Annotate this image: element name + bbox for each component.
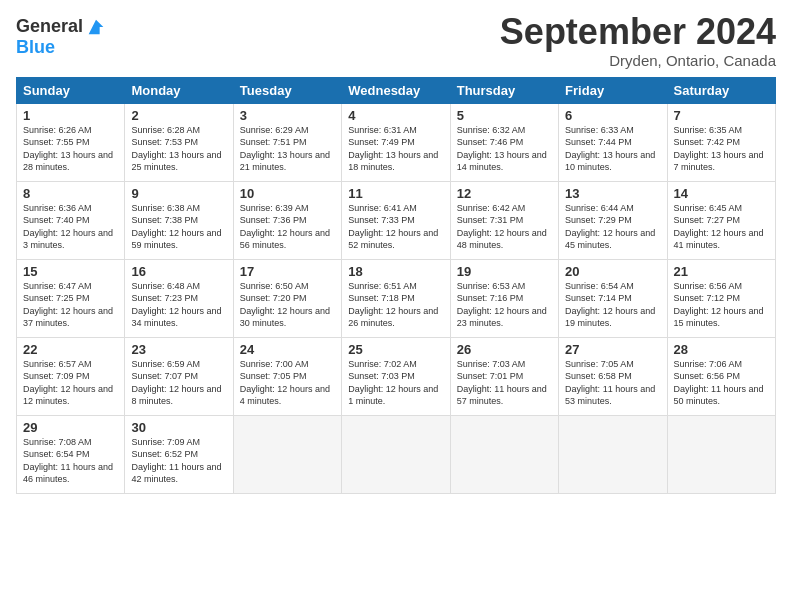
calendar-day-cell: 21 Sunrise: 6:56 AMSunset: 7:12 PMDaylig… [667,259,775,337]
calendar-day-cell: 30 Sunrise: 7:09 AMSunset: 6:52 PMDaylig… [125,415,233,493]
weekday-header: Saturday [667,77,775,103]
day-number: 5 [457,108,552,123]
calendar-day-cell: 24 Sunrise: 7:00 AMSunset: 7:05 PMDaylig… [233,337,341,415]
calendar-day-cell: 9 Sunrise: 6:38 AMSunset: 7:38 PMDayligh… [125,181,233,259]
calendar-week-row: 15 Sunrise: 6:47 AMSunset: 7:25 PMDaylig… [17,259,776,337]
location: Dryden, Ontario, Canada [500,52,776,69]
day-number: 24 [240,342,335,357]
logo-subtext: Blue [16,38,107,58]
day-number: 22 [23,342,118,357]
day-info: Sunrise: 6:32 AMSunset: 7:46 PMDaylight:… [457,125,547,173]
logo: General Blue [16,16,107,58]
day-info: Sunrise: 6:39 AMSunset: 7:36 PMDaylight:… [240,203,330,251]
calendar-day-cell [233,415,341,493]
title-block: September 2024 Dryden, Ontario, Canada [500,12,776,69]
day-info: Sunrise: 6:44 AMSunset: 7:29 PMDaylight:… [565,203,655,251]
day-number: 28 [674,342,769,357]
day-info: Sunrise: 7:05 AMSunset: 6:58 PMDaylight:… [565,359,655,407]
calendar-day-cell: 29 Sunrise: 7:08 AMSunset: 6:54 PMDaylig… [17,415,125,493]
day-number: 3 [240,108,335,123]
calendar-table: SundayMondayTuesdayWednesdayThursdayFrid… [16,77,776,494]
day-number: 26 [457,342,552,357]
day-number: 14 [674,186,769,201]
calendar-day-cell: 5 Sunrise: 6:32 AMSunset: 7:46 PMDayligh… [450,103,558,181]
calendar-day-cell [450,415,558,493]
calendar-week-row: 8 Sunrise: 6:36 AMSunset: 7:40 PMDayligh… [17,181,776,259]
day-number: 4 [348,108,443,123]
calendar-day-cell: 27 Sunrise: 7:05 AMSunset: 6:58 PMDaylig… [559,337,667,415]
calendar-day-cell: 15 Sunrise: 6:47 AMSunset: 7:25 PMDaylig… [17,259,125,337]
day-number: 17 [240,264,335,279]
day-info: Sunrise: 7:08 AMSunset: 6:54 PMDaylight:… [23,437,113,485]
day-info: Sunrise: 6:28 AMSunset: 7:53 PMDaylight:… [131,125,221,173]
day-number: 23 [131,342,226,357]
day-number: 29 [23,420,118,435]
weekday-header: Sunday [17,77,125,103]
weekday-header: Wednesday [342,77,450,103]
day-number: 13 [565,186,660,201]
day-number: 21 [674,264,769,279]
calendar-day-cell: 7 Sunrise: 6:35 AMSunset: 7:42 PMDayligh… [667,103,775,181]
calendar-day-cell: 17 Sunrise: 6:50 AMSunset: 7:20 PMDaylig… [233,259,341,337]
day-info: Sunrise: 7:09 AMSunset: 6:52 PMDaylight:… [131,437,221,485]
day-number: 6 [565,108,660,123]
day-info: Sunrise: 7:06 AMSunset: 6:56 PMDaylight:… [674,359,764,407]
day-info: Sunrise: 6:57 AMSunset: 7:09 PMDaylight:… [23,359,113,407]
calendar-day-cell [559,415,667,493]
calendar-day-cell [667,415,775,493]
day-number: 8 [23,186,118,201]
day-info: Sunrise: 6:35 AMSunset: 7:42 PMDaylight:… [674,125,764,173]
calendar-day-cell: 2 Sunrise: 6:28 AMSunset: 7:53 PMDayligh… [125,103,233,181]
logo-icon [85,16,107,38]
calendar-day-cell: 14 Sunrise: 6:45 AMSunset: 7:27 PMDaylig… [667,181,775,259]
calendar-day-cell: 20 Sunrise: 6:54 AMSunset: 7:14 PMDaylig… [559,259,667,337]
calendar-day-cell: 28 Sunrise: 7:06 AMSunset: 6:56 PMDaylig… [667,337,775,415]
calendar-body: 1 Sunrise: 6:26 AMSunset: 7:55 PMDayligh… [17,103,776,493]
day-info: Sunrise: 7:02 AMSunset: 7:03 PMDaylight:… [348,359,438,407]
day-info: Sunrise: 6:45 AMSunset: 7:27 PMDaylight:… [674,203,764,251]
day-number: 16 [131,264,226,279]
calendar-day-cell: 12 Sunrise: 6:42 AMSunset: 7:31 PMDaylig… [450,181,558,259]
day-number: 9 [131,186,226,201]
calendar-day-cell: 22 Sunrise: 6:57 AMSunset: 7:09 PMDaylig… [17,337,125,415]
weekday-header: Tuesday [233,77,341,103]
calendar-day-cell: 23 Sunrise: 6:59 AMSunset: 7:07 PMDaylig… [125,337,233,415]
calendar-day-cell: 6 Sunrise: 6:33 AMSunset: 7:44 PMDayligh… [559,103,667,181]
month-title: September 2024 [500,12,776,52]
calendar-day-cell: 16 Sunrise: 6:48 AMSunset: 7:23 PMDaylig… [125,259,233,337]
day-number: 2 [131,108,226,123]
day-number: 27 [565,342,660,357]
day-number: 25 [348,342,443,357]
logo-text: General [16,17,83,37]
day-number: 20 [565,264,660,279]
day-number: 19 [457,264,552,279]
header: General Blue September 2024 Dryden, Onta… [16,12,776,69]
day-info: Sunrise: 6:53 AMSunset: 7:16 PMDaylight:… [457,281,547,329]
day-info: Sunrise: 6:38 AMSunset: 7:38 PMDaylight:… [131,203,221,251]
calendar-week-row: 29 Sunrise: 7:08 AMSunset: 6:54 PMDaylig… [17,415,776,493]
day-number: 30 [131,420,226,435]
day-info: Sunrise: 6:36 AMSunset: 7:40 PMDaylight:… [23,203,113,251]
day-info: Sunrise: 6:50 AMSunset: 7:20 PMDaylight:… [240,281,330,329]
day-info: Sunrise: 6:48 AMSunset: 7:23 PMDaylight:… [131,281,221,329]
day-info: Sunrise: 7:00 AMSunset: 7:05 PMDaylight:… [240,359,330,407]
calendar-day-cell [342,415,450,493]
day-info: Sunrise: 6:29 AMSunset: 7:51 PMDaylight:… [240,125,330,173]
calendar-day-cell: 25 Sunrise: 7:02 AMSunset: 7:03 PMDaylig… [342,337,450,415]
day-info: Sunrise: 6:42 AMSunset: 7:31 PMDaylight:… [457,203,547,251]
calendar-day-cell: 8 Sunrise: 6:36 AMSunset: 7:40 PMDayligh… [17,181,125,259]
weekday-header: Thursday [450,77,558,103]
day-number: 12 [457,186,552,201]
weekday-header: Monday [125,77,233,103]
day-info: Sunrise: 6:31 AMSunset: 7:49 PMDaylight:… [348,125,438,173]
calendar-week-row: 1 Sunrise: 6:26 AMSunset: 7:55 PMDayligh… [17,103,776,181]
calendar-day-cell: 26 Sunrise: 7:03 AMSunset: 7:01 PMDaylig… [450,337,558,415]
calendar-day-cell: 1 Sunrise: 6:26 AMSunset: 7:55 PMDayligh… [17,103,125,181]
day-info: Sunrise: 6:54 AMSunset: 7:14 PMDaylight:… [565,281,655,329]
day-info: Sunrise: 6:33 AMSunset: 7:44 PMDaylight:… [565,125,655,173]
calendar-day-cell: 13 Sunrise: 6:44 AMSunset: 7:29 PMDaylig… [559,181,667,259]
day-number: 7 [674,108,769,123]
weekday-header: Friday [559,77,667,103]
day-number: 18 [348,264,443,279]
day-info: Sunrise: 6:41 AMSunset: 7:33 PMDaylight:… [348,203,438,251]
